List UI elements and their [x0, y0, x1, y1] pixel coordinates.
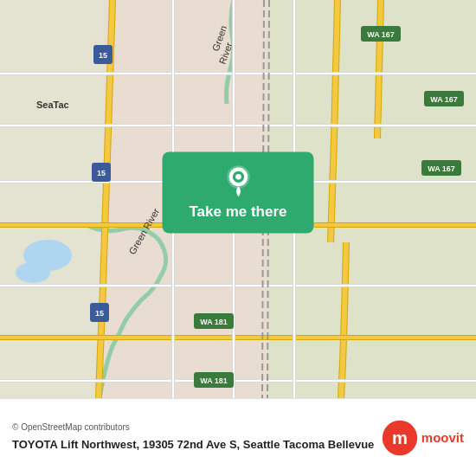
svg-text:WA 181: WA 181	[200, 376, 228, 385]
svg-text:WA 181: WA 181	[200, 318, 228, 326]
osm-icon: ©	[12, 422, 18, 432]
moovit-text: moovit	[421, 430, 464, 445]
svg-point-30	[235, 174, 241, 180]
map-container: 15 15 15 WA 167 WA 167 WA 167 WA 181 WA …	[0, 0, 476, 398]
location-pin-icon	[222, 164, 254, 196]
cta-label: Take me there	[189, 203, 286, 221]
bottom-bar: © OpenStreetMap contributors TOYOTA Lift…	[0, 398, 476, 476]
svg-point-4	[16, 262, 50, 283]
svg-text:15: 15	[97, 169, 106, 177]
svg-text:WA 167: WA 167	[430, 95, 458, 104]
moovit-icon: m	[382, 420, 418, 456]
osm-text: OpenStreetMap contributors	[21, 422, 130, 432]
cta-button[interactable]: Take me there	[163, 151, 314, 233]
svg-text:15: 15	[95, 309, 104, 318]
svg-text:WA 167: WA 167	[367, 30, 395, 39]
svg-text:SeaTac: SeaTac	[36, 100, 69, 110]
svg-text:WA 167: WA 167	[428, 164, 455, 173]
svg-text:15: 15	[99, 51, 107, 60]
bottom-info: © OpenStreetMap contributors TOYOTA Lift…	[12, 422, 382, 453]
location-name: TOYOTA Lift Northwest, 19305 72nd Ave S,…	[12, 437, 382, 453]
moovit-logo: m moovit	[382, 420, 464, 456]
svg-text:m: m	[392, 428, 408, 447]
osm-attribution: © OpenStreetMap contributors	[12, 422, 382, 432]
